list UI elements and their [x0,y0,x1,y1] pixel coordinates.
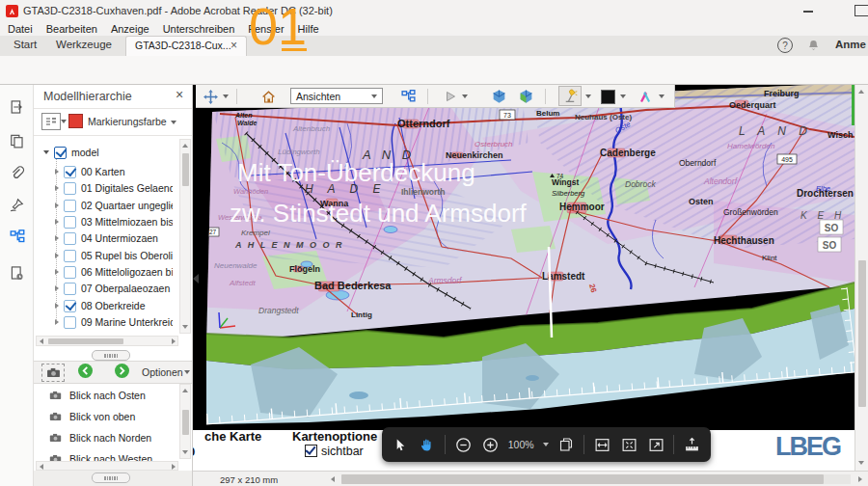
expand-caret-icon[interactable] [55,303,59,309]
export-pdf-icon[interactable] [6,96,28,119]
help-icon[interactable]: ? [777,38,793,53]
3d-scene[interactable]: 73 27 495 SO SO Otterndorf Alten Walde N… [193,85,854,471]
visibility-checkbox[interactable] [64,182,76,195]
background-color-swatch[interactable] [601,90,615,104]
views-vertical-scrollbar[interactable] [179,384,191,459]
model-render-mode-icon[interactable] [516,88,535,105]
pan-tool-dropdown-icon[interactable] [223,94,229,98]
page-thumbnails-icon[interactable] [6,130,28,152]
lighting-scheme-button[interactable] [558,86,582,106]
cross-section-dropdown-icon[interactable] [659,94,665,98]
previous-view-icon[interactable] [78,364,93,378]
tree-item-03-mittelmiozaen[interactable]: 03 Mittelmiozaen bis Pliozae [55,214,200,230]
play-animation-icon[interactable] [441,88,459,105]
expand-caret-icon[interactable] [55,169,59,175]
vertical-scrollbar[interactable] [854,85,868,471]
tab-start[interactable]: Start [14,39,37,50]
lighting-dropdown-icon[interactable] [585,94,591,98]
view-item-blick-nach-osten[interactable]: Blick nach Osten [38,386,189,405]
visibility-checkbox[interactable] [64,200,76,212]
tab-werkzeuge[interactable]: Werkzeuge [56,39,112,50]
play-dropdown-icon[interactable] [462,94,468,98]
scroll-right-icon[interactable] [858,476,862,482]
collapse-panel-icon[interactable] [193,274,199,284]
visibility-checkbox[interactable] [64,266,76,279]
visibility-checkbox[interactable] [64,232,76,245]
background-color-dropdown-icon[interactable] [620,94,626,98]
expand-caret-icon[interactable] [55,285,59,291]
tree-item-01-dgm[interactable]: 01 Digitales Gelaendemodell [55,180,200,196]
tab-close-icon[interactable]: × [231,39,237,52]
expand-caret-icon[interactable] [55,253,59,258]
tree-item-02-quartaer[interactable]: 02 Quartaer ungegliedert [55,198,200,213]
fullscreen-icon[interactable] [647,436,665,454]
fit-page-icon[interactable] [620,436,638,454]
visibility-checkbox[interactable] [64,250,76,262]
tree-item-08-oberkreide[interactable]: 08 Oberkreide [55,298,200,313]
menu-datei[interactable]: Datei [8,23,33,35]
visibility-checkbox[interactable] [64,283,76,295]
rotate-pan-tool-icon[interactable] [202,88,220,105]
tree-item-06-mitteloligozaen[interactable]: 06 Mitteloligozaen bis Obere [55,264,200,280]
expand-caret-icon[interactable] [55,319,59,325]
hand-pan-icon[interactable] [418,435,437,454]
model-tree-icon[interactable] [6,226,28,248]
panel-bottom-splitter-grip[interactable] [92,472,130,483]
visibility-checkbox[interactable] [54,147,67,159]
use-orthographic-projection-icon[interactable] [489,88,508,105]
zoom-in-icon[interactable] [481,436,500,454]
attachments-paperclip-icon[interactable] [6,162,28,184]
panel-splitter-grip[interactable] [92,350,130,361]
tree-vertical-scrollbar[interactable] [179,139,191,334]
minimize-button[interactable] [803,11,813,13]
expand-caret-icon[interactable] [55,269,59,275]
fit-width-icon[interactable] [593,436,611,454]
hierarchy-options-dropdown-icon[interactable] [61,120,67,123]
signatures-icon[interactable] [6,194,28,216]
marker-color-swatch[interactable] [68,114,83,128]
select-cursor-icon[interactable] [392,436,409,453]
marker-color-dropdown-icon[interactable] [171,121,176,124]
hierarchy-options-icon[interactable] [41,113,61,130]
tree-item-04-untermiozaen[interactable]: 04 Untermiozaen [55,230,200,246]
tab-document[interactable]: GTA3D-C2318-Cux... × [125,36,247,56]
maximize-button[interactable] [854,5,868,16]
expand-caret-icon[interactable] [55,219,59,225]
toggle-model-tree-icon[interactable] [398,87,418,106]
default-view-home-icon[interactable] [259,88,278,105]
tree-item-07-oberpalaeozaen[interactable]: 07 Oberpalaeozaen bis Unter [55,281,200,296]
page-info-icon[interactable] [6,262,28,284]
sichtbar-checkbox[interactable] [305,445,317,457]
views-options-button[interactable]: Optionen [142,366,183,378]
page-view-icon[interactable] [557,436,576,454]
visibility-checkbox[interactable] [64,300,76,312]
tree-horizontal-scrollbar[interactable] [36,336,178,346]
tree-item-05-rupel[interactable]: 05 Rupel bis Oberoligozaen [55,248,200,263]
scroll-left-icon[interactable] [331,476,335,482]
tree-item-00-karten[interactable]: 00 Karten [55,164,200,179]
views-dropdown[interactable]: Ansichten [290,88,383,104]
expand-caret-icon[interactable] [55,185,59,191]
expand-caret-icon[interactable] [55,202,59,208]
zoom-level[interactable]: 100% [508,439,534,450]
measure-ruler-icon[interactable] [683,436,701,454]
horizontal-scrollbar[interactable] [341,474,851,484]
expand-caret-icon[interactable] [55,235,59,241]
tree-item-model[interactable]: model [43,145,188,160]
menu-bearbeiten[interactable]: Bearbeiten [46,23,97,35]
visibility-checkbox[interactable] [64,216,76,229]
next-view-icon[interactable] [115,364,129,378]
views-options-dropdown-icon[interactable] [184,370,190,374]
notifications-bell-icon[interactable] [806,39,821,53]
create-view-camera-icon[interactable] [41,364,65,382]
zoom-dropdown-icon[interactable] [543,443,549,446]
view-item-blick-nach-norden[interactable]: Blick nach Norden [38,428,189,447]
views-horizontal-scrollbar[interactable] [36,461,178,471]
view-item-blick-von-oben[interactable]: Blick von oben [38,407,189,426]
sign-in-link[interactable]: Anme [835,39,866,50]
panel-close-icon[interactable]: × [176,87,183,102]
collapse-caret-icon[interactable] [43,150,49,154]
visibility-checkbox[interactable] [64,166,76,178]
zoom-out-icon[interactable] [454,436,473,454]
menu-anzeige[interactable]: Anzeige [111,23,149,35]
